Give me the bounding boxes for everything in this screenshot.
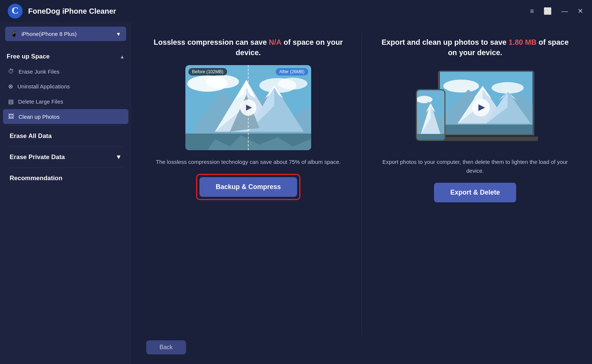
export-delete-heading: Export and clean up photos to save 1.80 …	[380, 37, 570, 58]
sidebar-item-erase-private-data[interactable]: Erase Private Data ▼	[3, 148, 128, 166]
menu-icon[interactable]: ≡	[528, 6, 535, 17]
backup-compress-desc: The lossless compression technology can …	[156, 158, 340, 166]
sidebar-divider-2	[8, 146, 123, 147]
play-button-right[interactable]	[472, 99, 490, 117]
svg-point-18	[443, 80, 479, 92]
sidebar-item-recommendation[interactable]: Recommendation	[3, 169, 128, 187]
uninstall-apps-icon: ⊗	[8, 83, 13, 90]
erase-junk-icon: ⏱	[8, 68, 14, 75]
clean-photos-label: Clean up Photos	[18, 114, 60, 120]
export-delete-desc: Export photos to your computer, then del…	[380, 158, 570, 175]
erase-all-data-label: Erase All Data	[10, 132, 52, 140]
nav-section: Free up Space ▲ ⏱ Erase Junk Files ⊗ Uni…	[0, 48, 131, 187]
sidebar-divider-1	[8, 125, 123, 126]
app-title: FoneDog iPhone Cleaner	[28, 7, 116, 16]
free-up-space-items: ⏱ Erase Junk Files ⊗ Uninstall Applicati…	[3, 64, 128, 124]
svg-point-29	[417, 96, 433, 103]
sidebar-item-clean-photos[interactable]: 🖼 Clean up Photos	[3, 109, 128, 124]
export-delete-button[interactable]: Export & Delete	[434, 183, 516, 202]
main-layout: 📱 iPhone(iPhone 8 Plus) ▼ Free up Space …	[0, 22, 592, 364]
sidebar-item-erase-all-data[interactable]: Erase All Data	[3, 127, 128, 145]
titlebar: C FoneDog iPhone Cleaner ≡ ⬜ — ✕	[0, 0, 592, 22]
badge-before: Before (102MB)	[188, 68, 227, 75]
delete-large-label: Delete Large Files	[18, 98, 63, 105]
device-name: iPhone(iPhone 8 Plus)	[21, 31, 77, 37]
clean-photos-icon: 🖼	[8, 113, 14, 120]
heading-text-1: Lossless compression can save	[154, 38, 269, 46]
content-area: Lossless compression can save N/A of spa…	[131, 22, 592, 364]
chevron-down-icon: ▼	[116, 31, 121, 37]
badge-after: After (26MB)	[276, 68, 308, 75]
close-icon[interactable]: ✕	[576, 6, 585, 17]
panels-row: Lossless compression can save N/A of spa…	[146, 33, 577, 335]
laptop-phone-illustration	[416, 67, 534, 148]
free-up-space-header[interactable]: Free up Space ▲	[3, 48, 128, 64]
erase-private-data-label: Erase Private Data	[10, 154, 65, 161]
minimize-icon[interactable]: —	[560, 6, 569, 17]
sidebar-divider-3	[8, 168, 123, 168]
titlebar-controls: ≡ ⬜ — ✕	[528, 6, 585, 17]
recommendation-label: Recommendation	[10, 175, 63, 182]
sidebar-item-uninstall-apps[interactable]: ⊗ Uninstall Applications	[3, 79, 128, 94]
svg-rect-27	[440, 125, 532, 134]
sidebar: 📱 iPhone(iPhone 8 Plus) ▼ Free up Space …	[0, 22, 131, 364]
bottom-bar: Back	[146, 335, 577, 357]
panel-divider	[361, 33, 362, 335]
svg-point-4	[206, 75, 239, 88]
heading-highlight: N/A	[269, 38, 282, 46]
laptop-base	[434, 136, 538, 141]
backup-compress-button[interactable]: Backup & Compress	[199, 177, 297, 197]
sidebar-item-erase-junk[interactable]: ⏱ Erase Junk Files	[3, 64, 128, 79]
svg-point-6	[278, 78, 307, 90]
erase-private-chevron-icon: ▼	[115, 154, 122, 161]
backup-compress-button-wrapper: Backup & Compress	[196, 174, 300, 200]
backup-compress-heading: Lossless compression can save N/A of spa…	[154, 37, 343, 58]
titlebar-left: C FoneDog iPhone Cleaner	[7, 3, 116, 19]
phone-device	[416, 89, 445, 141]
back-button[interactable]: Back	[146, 340, 186, 354]
collapse-icon: ▲	[120, 54, 125, 60]
before-after-image: Before (102MB) After (26MB)	[185, 65, 311, 150]
sidebar-item-delete-large[interactable]: ▤ Delete Large Files	[3, 94, 128, 109]
svg-rect-34	[417, 134, 444, 140]
delete-large-icon: ▤	[8, 98, 14, 105]
uninstall-apps-label: Uninstall Applications	[17, 83, 70, 90]
device-illustration	[412, 65, 538, 150]
export-delete-panel: Export and clean up photos to save 1.80 …	[373, 33, 577, 335]
free-up-space-label: Free up Space	[7, 53, 50, 60]
right-heading-highlight: 1.80 MB	[509, 38, 537, 46]
play-button-left[interactable]	[240, 100, 256, 116]
right-heading-text-1: Export and clean up photos to save	[381, 38, 508, 46]
app-logo: C	[7, 3, 23, 19]
backup-compress-panel: Lossless compression can save N/A of spa…	[146, 33, 350, 335]
erase-junk-label: Erase Junk Files	[18, 68, 60, 75]
chat-icon[interactable]: ⬜	[542, 6, 553, 17]
svg-text:C: C	[12, 5, 19, 16]
device-selector-left: 📱 iPhone(iPhone 8 Plus)	[10, 30, 77, 37]
device-selector[interactable]: 📱 iPhone(iPhone 8 Plus) ▼	[5, 27, 126, 41]
phone-icon: 📱	[10, 30, 18, 37]
